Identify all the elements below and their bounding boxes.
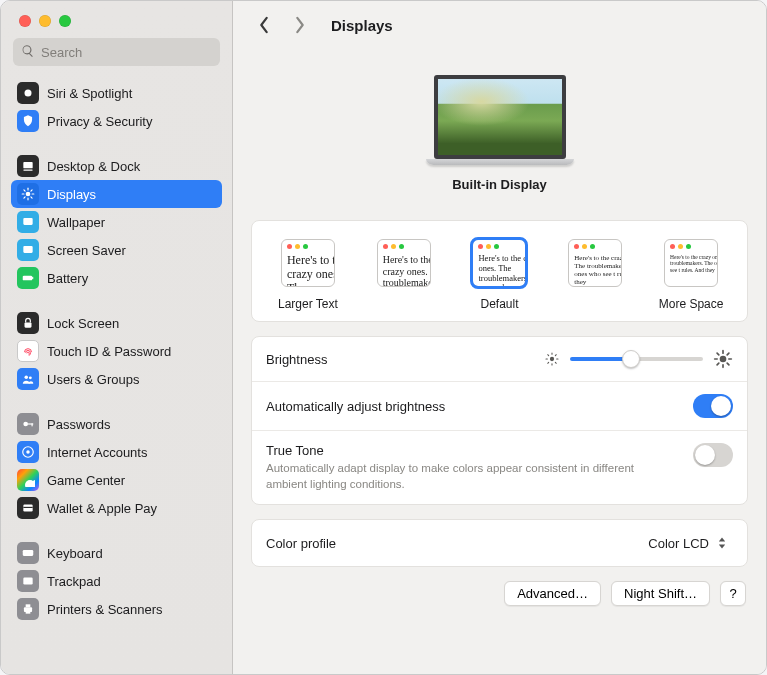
sidebar-item-label: Wallet & Apple Pay bbox=[47, 501, 157, 516]
sidebar-item-icon bbox=[17, 542, 39, 564]
sidebar-item-label: Siri & Spotlight bbox=[47, 86, 132, 101]
brightness-low-icon bbox=[544, 351, 560, 367]
close-window-icon[interactable] bbox=[19, 15, 31, 27]
resolution-option-2[interactable]: Here's to the crazy ones. The troublemak… bbox=[452, 239, 548, 311]
sidebar-item-icon bbox=[17, 441, 39, 463]
sidebar-item-displays[interactable]: Displays bbox=[11, 180, 222, 208]
sidebar-item-icon bbox=[17, 155, 39, 177]
svg-rect-13 bbox=[23, 246, 32, 253]
search-field[interactable] bbox=[13, 38, 220, 66]
svg-rect-16 bbox=[25, 322, 32, 327]
resolution-picker: Here's to the crazy ones. The troublemak… bbox=[252, 221, 747, 321]
advanced-button[interactable]: Advanced… bbox=[504, 581, 601, 606]
sidebar-item-lock-screen[interactable]: Lock Screen bbox=[11, 309, 222, 337]
sidebar-item-icon bbox=[17, 340, 39, 362]
display-settings-panel: Brightness Automatically adjust brightne… bbox=[251, 336, 748, 505]
brightness-knob[interactable] bbox=[622, 350, 640, 368]
sidebar-item-icon bbox=[17, 267, 39, 289]
resolution-option-0[interactable]: Here's to the crazy ones. The troublemak… bbox=[260, 239, 356, 311]
sidebar-item-users-groups[interactable]: Users & Groups bbox=[11, 365, 222, 393]
svg-rect-21 bbox=[32, 423, 33, 426]
help-button[interactable]: ? bbox=[720, 581, 746, 606]
truetone-toggle[interactable] bbox=[693, 443, 733, 467]
sidebar-item-icon bbox=[17, 183, 39, 205]
color-profile-row: Color profile Color LCD bbox=[252, 520, 747, 566]
toolbar: Displays bbox=[233, 1, 766, 49]
sidebar-item-icon bbox=[17, 570, 39, 592]
brightness-track[interactable] bbox=[570, 357, 703, 361]
sidebar-item-keyboard[interactable]: Keyboard bbox=[11, 539, 222, 567]
sidebar-item-privacy-security[interactable]: Privacy & Security bbox=[11, 107, 222, 135]
color-profile-value: Color LCD bbox=[648, 536, 709, 551]
svg-line-10 bbox=[24, 197, 25, 198]
svg-line-40 bbox=[548, 362, 549, 363]
resolution-option-1[interactable]: Here's to the crazy ones. The troublemak… bbox=[356, 239, 452, 297]
sidebar-item-touch-id-password[interactable]: Touch ID & Password bbox=[11, 337, 222, 365]
sidebar-item-wallpaper[interactable]: Wallpaper bbox=[11, 208, 222, 236]
brightness-row: Brightness bbox=[252, 337, 747, 381]
color-profile-select[interactable]: Color LCD bbox=[640, 532, 733, 554]
sidebar-item-battery[interactable]: Battery bbox=[11, 264, 222, 292]
svg-rect-32 bbox=[26, 611, 31, 614]
sidebar-item-desktop-dock[interactable]: Desktop & Dock bbox=[11, 152, 222, 180]
svg-line-11 bbox=[31, 190, 32, 191]
sidebar-item-label: Users & Groups bbox=[47, 372, 139, 387]
resolution-caption: More Space bbox=[643, 297, 739, 311]
svg-rect-1 bbox=[23, 162, 32, 168]
sidebar-item-label: Desktop & Dock bbox=[47, 159, 140, 174]
sidebar-item-label: Keyboard bbox=[47, 546, 103, 561]
sidebar-item-icon bbox=[17, 110, 39, 132]
sidebar-item-trackpad[interactable]: Trackpad bbox=[11, 567, 222, 595]
svg-rect-2 bbox=[23, 170, 32, 171]
sidebar-item-icon bbox=[17, 368, 39, 390]
forward-button[interactable] bbox=[289, 11, 311, 39]
back-button[interactable] bbox=[253, 11, 275, 39]
brightness-slider[interactable] bbox=[544, 349, 733, 369]
svg-marker-52 bbox=[719, 544, 725, 548]
search-input[interactable] bbox=[41, 45, 212, 60]
svg-rect-12 bbox=[23, 218, 32, 225]
svg-rect-15 bbox=[32, 277, 33, 279]
svg-line-41 bbox=[556, 355, 557, 356]
sidebar-item-passwords[interactable]: Passwords bbox=[11, 410, 222, 438]
sidebar-item-label: Battery bbox=[47, 271, 88, 286]
svg-rect-28 bbox=[23, 550, 34, 556]
resolution-caption: Larger Text bbox=[260, 297, 356, 311]
svg-point-42 bbox=[720, 356, 727, 363]
resolution-thumb: Here's to the crazy ones. The troublemak… bbox=[664, 239, 718, 287]
sidebar-item-icon bbox=[17, 312, 39, 334]
svg-line-47 bbox=[717, 353, 719, 355]
page-title: Displays bbox=[331, 17, 393, 34]
sidebar-list[interactable]: Siri & SpotlightPrivacy & SecurityDeskto… bbox=[1, 72, 232, 674]
resolution-option-3[interactable]: Here's to the crazy ones. The troublemak… bbox=[547, 239, 643, 297]
auto-brightness-toggle[interactable] bbox=[693, 394, 733, 418]
sidebar-item-label: Lock Screen bbox=[47, 316, 119, 331]
night-shift-button[interactable]: Night Shift… bbox=[611, 581, 710, 606]
sidebar-item-icon bbox=[17, 239, 39, 261]
sidebar-item-game-center[interactable]: Game Center bbox=[11, 466, 222, 494]
sidebar-item-wallet-apple-pay[interactable]: Wallet & Apple Pay bbox=[11, 494, 222, 522]
sidebar-item-siri-spotlight[interactable]: Siri & Spotlight bbox=[11, 79, 222, 107]
truetone-row: True Tone Automatically adapt display to… bbox=[252, 430, 747, 504]
svg-rect-31 bbox=[26, 604, 31, 607]
sidebar-item-icon bbox=[17, 413, 39, 435]
sidebar-item-icon bbox=[17, 211, 39, 233]
resolution-option-4[interactable]: Here's to the crazy ones. The troublemak… bbox=[643, 239, 739, 311]
zoom-window-icon[interactable] bbox=[59, 15, 71, 27]
svg-point-23 bbox=[26, 450, 30, 454]
sidebar-item-label: Internet Accounts bbox=[47, 445, 147, 460]
sidebar-item-screen-saver[interactable]: Screen Saver bbox=[11, 236, 222, 264]
sidebar-item-internet-accounts[interactable]: Internet Accounts bbox=[11, 438, 222, 466]
sidebar-item-icon bbox=[17, 82, 39, 104]
svg-point-33 bbox=[550, 357, 554, 361]
sidebar-item-label: Touch ID & Password bbox=[47, 344, 171, 359]
sidebar-item-label: Passwords bbox=[47, 417, 111, 432]
brightness-high-icon bbox=[713, 349, 733, 369]
minimize-window-icon[interactable] bbox=[39, 15, 51, 27]
svg-line-9 bbox=[31, 197, 32, 198]
sidebar-item-printers-scanners[interactable]: Printers & Scanners bbox=[11, 595, 222, 623]
svg-point-17 bbox=[25, 376, 29, 380]
sidebar-item-icon bbox=[17, 497, 39, 519]
auto-brightness-row: Automatically adjust brightness bbox=[252, 381, 747, 430]
svg-rect-27 bbox=[23, 507, 32, 508]
